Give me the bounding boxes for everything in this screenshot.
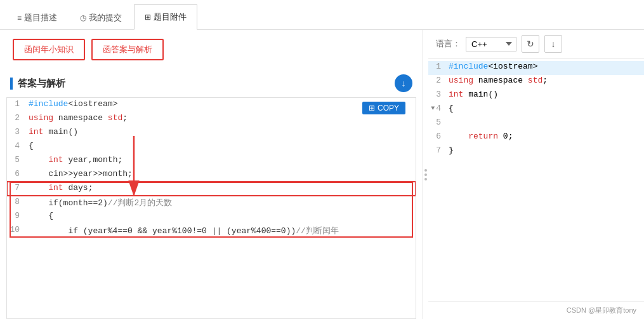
- editor-line: 5: [428, 117, 644, 131]
- answer-header: 答案与解析 ↓: [0, 69, 423, 97]
- table-row: 2 using namespace std;: [7, 112, 416, 126]
- answer-analysis-btn[interactable]: 函答案与解析: [91, 39, 164, 60]
- tab-attachment[interactable]: ⊞ 题目附件: [134, 4, 197, 30]
- top-tabs: ≡ 题目描述 ◷ 我的提交 ⊞ 题目附件: [0, 0, 644, 30]
- answer-title: 答案与解析: [10, 78, 65, 90]
- description-icon: ≡: [17, 13, 22, 22]
- main-content: 函闰年小知识 函答案与解析 答案与解析 ↓ ⊞ COPY: [0, 30, 644, 319]
- copy-button[interactable]: ⊞ COPY: [362, 102, 405, 114]
- lang-label: 语言：: [436, 38, 461, 50]
- footer-text: CSDN @星卯教育tony: [567, 306, 636, 314]
- download-icon: ↓: [551, 39, 556, 49]
- fold-arrow[interactable]: ▼: [431, 105, 435, 112]
- answer-section: 答案与解析 ↓ ⊞ COPY 1 #include<iostream>: [0, 69, 423, 319]
- editor-area[interactable]: 1 #include<iostream> 2 using namespace s…: [428, 58, 644, 301]
- panel-divider: [423, 30, 428, 319]
- tab-mysubmit[interactable]: ◷ 我的提交: [69, 4, 133, 30]
- sub-buttons-area: 函闰年小知识 函答案与解析: [0, 30, 423, 69]
- download-answer-btn[interactable]: ↓: [395, 74, 412, 92]
- editor-line: 3 int main(): [428, 89, 644, 103]
- right-toolbar: 语言： C++ C Java Python ↻ ↓: [428, 30, 644, 58]
- table-row: 10 if (year%4==0 && year%100!=0 || (year…: [7, 224, 416, 238]
- copy-icon: ⊞: [369, 104, 375, 112]
- code-block[interactable]: ⊞ COPY 1 #include<iostream> 2 using name…: [6, 97, 416, 319]
- right-footer: CSDN @星卯教育tony: [428, 301, 644, 319]
- table-row: 3 int main(): [7, 126, 416, 140]
- annual-knowledge-btn[interactable]: 函闰年小知识: [13, 39, 85, 60]
- code-table: 1 #include<iostream> 2 using namespace s…: [7, 98, 416, 238]
- editor-line: 1 #include<iostream>: [428, 61, 644, 75]
- right-panel: 语言： C++ C Java Python ↻ ↓ 1 #include<ios…: [428, 30, 644, 319]
- editor-line: 7 }: [428, 145, 644, 159]
- table-row: 6 cin>>year>>month;: [7, 168, 416, 182]
- language-select[interactable]: C++ C Java Python: [466, 37, 516, 51]
- refresh-icon: ↻: [527, 39, 534, 49]
- download-code-button[interactable]: ↓: [544, 35, 562, 53]
- table-row: 8 if(month==2)//判断2月的天数: [7, 196, 416, 210]
- editor-line: 6 return 0;: [428, 131, 644, 145]
- table-row: 7 int days;: [7, 182, 416, 196]
- table-row: 1 #include<iostream>: [7, 98, 416, 112]
- clock-icon: ◷: [80, 13, 86, 22]
- editor-line: 2 using namespace std;: [428, 75, 644, 89]
- editor-line: ▼ 4 {: [428, 103, 644, 117]
- refresh-button[interactable]: ↻: [522, 35, 539, 53]
- tab-description[interactable]: ≡ 题目描述: [6, 4, 68, 30]
- attachment-icon: ⊞: [145, 13, 151, 22]
- table-row: 9 {: [7, 210, 416, 224]
- table-row: 4 {: [7, 140, 416, 154]
- download-icon: ↓: [402, 78, 406, 88]
- left-panel: 函闰年小知识 函答案与解析 答案与解析 ↓ ⊞ COPY: [0, 30, 423, 319]
- table-row: 5 int year,month;: [7, 154, 416, 168]
